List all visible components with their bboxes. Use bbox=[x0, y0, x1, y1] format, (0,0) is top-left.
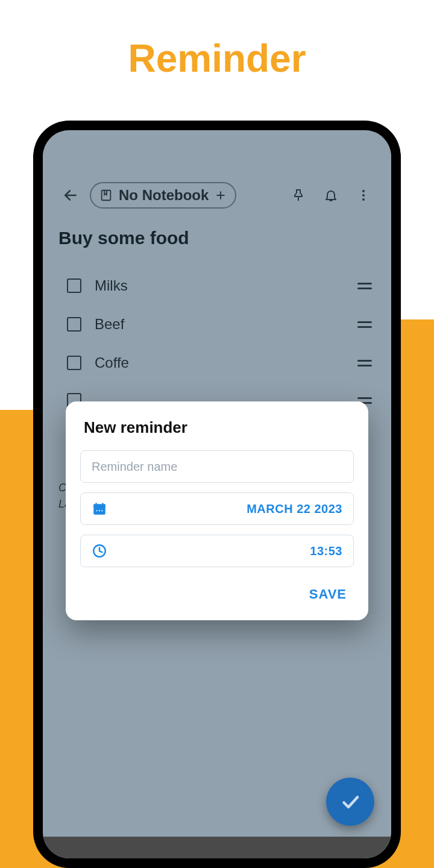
reminder-name-field[interactable] bbox=[80, 450, 354, 483]
time-value: 13:53 bbox=[310, 544, 342, 558]
reminder-date-field[interactable]: MARCH 22 2023 bbox=[80, 492, 354, 525]
dialog-actions: SAVE bbox=[80, 577, 354, 607]
phone-frame: No Notebook Buy some food Milks bbox=[33, 121, 401, 868]
confirm-fab[interactable] bbox=[326, 778, 374, 826]
phone-screen: No Notebook Buy some food Milks bbox=[43, 130, 391, 858]
svg-point-16 bbox=[101, 510, 102, 511]
clock-icon bbox=[92, 543, 107, 559]
svg-point-14 bbox=[96, 510, 98, 511]
calendar-icon bbox=[92, 501, 107, 517]
save-button[interactable]: SAVE bbox=[306, 582, 350, 607]
check-icon bbox=[339, 791, 361, 813]
promo-bg-right bbox=[398, 319, 434, 868]
promo-title: Reminder bbox=[0, 36, 434, 81]
svg-point-15 bbox=[99, 510, 100, 511]
svg-rect-11 bbox=[93, 504, 105, 507]
reminder-time-field[interactable]: 13:53 bbox=[80, 535, 354, 567]
nav-bar-bg bbox=[43, 837, 391, 858]
reminder-name-input[interactable] bbox=[92, 460, 342, 474]
new-reminder-dialog: New reminder MARCH 22 2023 13:53 SAVE bbox=[66, 401, 368, 620]
dialog-title: New reminder bbox=[84, 418, 350, 437]
date-value: MARCH 22 2023 bbox=[247, 502, 342, 516]
